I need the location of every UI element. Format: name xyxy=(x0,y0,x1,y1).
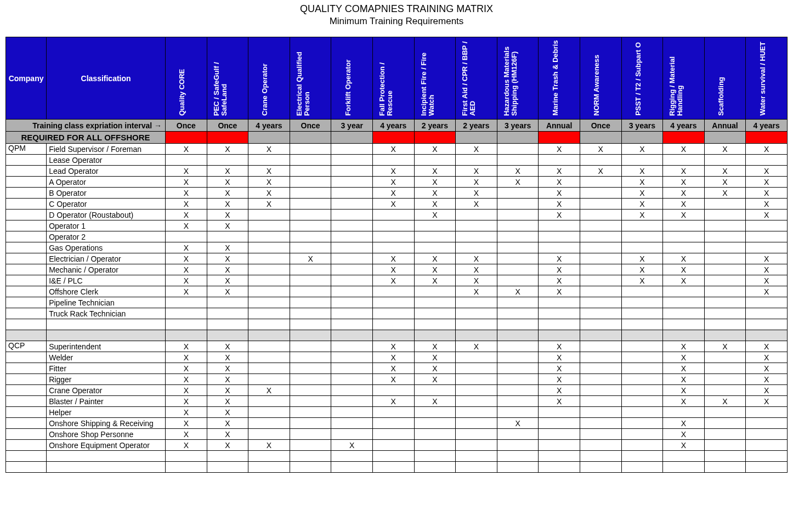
mark-cell xyxy=(372,231,414,242)
mark-cell xyxy=(580,199,621,210)
mark-cell xyxy=(497,264,539,275)
mark-cell xyxy=(704,242,746,253)
mark-cell: X xyxy=(539,352,580,363)
header-training-10: NORM Awareness xyxy=(580,37,621,120)
mark-cell xyxy=(331,166,373,177)
mark-cell xyxy=(166,308,207,319)
mark-cell xyxy=(621,352,663,363)
classification-cell: Onshore Shipping & Receiving xyxy=(47,418,166,429)
mark-cell xyxy=(290,418,331,429)
mark-cell: X xyxy=(746,253,788,264)
mark-cell: X xyxy=(414,199,456,210)
header-training-14: Water survival / HUET xyxy=(746,37,788,120)
mark-cell xyxy=(580,155,621,166)
mark-cell xyxy=(248,231,290,242)
mark-cell: X xyxy=(456,275,497,286)
mark-cell: X xyxy=(663,396,705,407)
mark-cell xyxy=(621,297,663,308)
classification-cell: Superintendent xyxy=(47,341,166,352)
mark-cell: X xyxy=(663,418,705,429)
mark-cell: X xyxy=(166,199,207,210)
mark-cell xyxy=(621,220,663,231)
table-row: Lead OperatorXXXXXXXXXXXXX xyxy=(6,166,788,177)
mark-cell: X xyxy=(372,374,414,385)
mark-cell xyxy=(621,374,663,385)
mark-cell xyxy=(414,440,456,451)
mark-cell xyxy=(580,188,621,199)
mark-cell xyxy=(248,407,290,418)
mark-cell: X xyxy=(497,286,539,297)
mark-cell xyxy=(414,308,456,319)
title-block: QUALITY COMAPNIES TRAINING MATRIX Minimu… xyxy=(5,3,788,27)
mark-cell: X xyxy=(207,275,248,286)
mark-cell: X xyxy=(166,220,207,231)
table-row: Truck Rack Technician xyxy=(6,308,788,319)
mark-cell xyxy=(331,363,373,374)
mark-cell xyxy=(580,440,621,451)
mark-cell: X xyxy=(166,396,207,407)
company-cell xyxy=(6,286,47,297)
table-row: QPMField Supervisor / ForemanXXXXXXXXXXX… xyxy=(6,144,788,155)
mark-cell xyxy=(704,429,746,440)
mark-cell: X xyxy=(746,341,788,352)
mark-cell xyxy=(704,199,746,210)
mark-cell: X xyxy=(456,177,497,188)
mark-cell xyxy=(704,374,746,385)
mark-cell: X xyxy=(704,144,746,155)
mark-cell: X xyxy=(166,264,207,275)
company-cell xyxy=(6,275,47,286)
mark-cell: X xyxy=(663,188,705,199)
table-row: Operator 1XX xyxy=(6,220,788,231)
mark-cell xyxy=(580,286,621,297)
classification-cell: B Operator xyxy=(47,188,166,199)
mark-cell xyxy=(497,374,539,385)
company-cell xyxy=(6,374,47,385)
classification-cell: Electrician / Operator xyxy=(47,253,166,264)
classification-cell: Onshore Shop Personne xyxy=(47,429,166,440)
mark-cell xyxy=(331,286,373,297)
table-row: HelperXX xyxy=(6,407,788,418)
mark-cell xyxy=(704,363,746,374)
mark-cell: X xyxy=(372,264,414,275)
classification-cell: I&E / PLC xyxy=(47,275,166,286)
mark-cell: X xyxy=(207,253,248,264)
mark-cell xyxy=(539,242,580,253)
mark-cell xyxy=(290,407,331,418)
mark-cell xyxy=(580,177,621,188)
mark-cell: X xyxy=(663,352,705,363)
mark-cell: X xyxy=(414,363,456,374)
table-row: Blaster / PainterXXXXXXXX xyxy=(6,396,788,407)
mark-cell xyxy=(331,144,373,155)
mark-cell xyxy=(331,352,373,363)
table-header: Company Classification Quality CORE PEC … xyxy=(6,37,788,120)
mark-cell: X xyxy=(414,396,456,407)
training-matrix-table: Company Classification Quality CORE PEC … xyxy=(5,37,788,473)
mark-cell: X xyxy=(248,385,290,396)
classification-cell: Lease Operator xyxy=(47,155,166,166)
mark-cell xyxy=(456,352,497,363)
mark-cell xyxy=(372,297,414,308)
mark-cell: X xyxy=(539,210,580,220)
mark-cell: X xyxy=(621,177,663,188)
mark-cell xyxy=(580,253,621,264)
header-training-1: PEC / SafeGulf / SafeLand xyxy=(207,37,248,120)
mark-cell xyxy=(704,407,746,418)
mark-cell xyxy=(207,308,248,319)
mark-cell xyxy=(456,231,497,242)
required-cell xyxy=(331,132,373,144)
classification-cell: Mechanic / Operator xyxy=(47,264,166,275)
mark-cell xyxy=(497,231,539,242)
company-cell xyxy=(6,155,47,166)
mark-cell xyxy=(414,429,456,440)
mark-cell xyxy=(372,210,414,220)
table-row: FitterXXXXXXX xyxy=(6,363,788,374)
mark-cell xyxy=(580,220,621,231)
mark-cell xyxy=(704,352,746,363)
mark-cell: X xyxy=(663,210,705,220)
mark-cell: X xyxy=(207,440,248,451)
mark-cell: X xyxy=(166,341,207,352)
company-cell xyxy=(6,166,47,177)
mark-cell: X xyxy=(166,242,207,253)
company-cell xyxy=(6,177,47,188)
mark-cell xyxy=(248,396,290,407)
